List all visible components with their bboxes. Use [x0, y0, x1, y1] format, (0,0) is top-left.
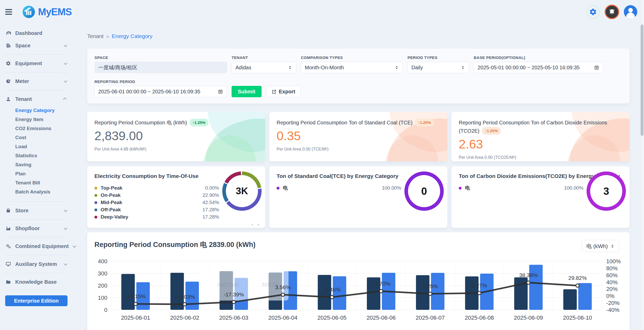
sidebar-item-auxiliary-system[interactable]: Auxiliary System	[0, 258, 73, 270]
building-icon	[5, 43, 11, 48]
period-type-select[interactable]: Daily	[408, 62, 469, 73]
svg-text:2025-06-05: 2025-06-05	[317, 314, 347, 321]
sidebar-item-label: Shopfloor	[15, 226, 60, 231]
chart-title: Reporting Period Consumption 电 2839.00 (…	[94, 240, 622, 249]
donut-ring: 0	[404, 171, 444, 211]
base-period-label: BASE PERIOD(OPTIONAL)	[474, 55, 603, 60]
svg-text:2025-06-02: 2025-06-02	[170, 314, 199, 321]
space-field: SPACE 一度城/商场/租区	[94, 55, 227, 73]
svg-text:6.25%: 6.25%	[423, 283, 438, 289]
chevron-down-icon	[64, 208, 67, 212]
summary-card-title-text: Reporting Period Consumption Ton of Carb…	[459, 120, 607, 134]
hamburger-menu-icon[interactable]	[4, 8, 13, 16]
chevrons-updown-icon	[610, 244, 615, 249]
unit-select[interactable]: 电 (kWh)	[582, 240, 619, 252]
page-scrollbar-thumb[interactable]	[641, 25, 643, 136]
donut-center-value: 3K	[236, 186, 248, 197]
sidebar-item-knowledge-base[interactable]: Knowledge Base	[0, 276, 73, 288]
legend-label: Top-Peak	[101, 185, 122, 191]
legend-label: Mid-Peak	[101, 200, 122, 205]
donut-ring: 3K	[222, 171, 262, 211]
sidebar-item-label: Knowledge Base	[15, 279, 68, 285]
chevron-down-icon	[64, 79, 67, 83]
reporting-period-input[interactable]: 2025-06-01 00:00:00 ~ 2025-06-10 16:09:3…	[94, 86, 227, 97]
svg-text:2025-06-09: 2025-06-09	[514, 314, 543, 321]
summary-card-subtitle: Per Unit Area 0.00 (TCE/M²)	[277, 147, 440, 152]
sidebar-item-store[interactable]: Store	[0, 204, 73, 217]
export-button[interactable]: Export	[266, 86, 301, 97]
sidebar-item-shopfloor[interactable]: Shopfloor	[0, 222, 73, 235]
legend-percent: 100.00%	[382, 185, 401, 191]
monitor-icon	[5, 261, 11, 267]
sidebar-item-energy-item[interactable]: Energy Item	[15, 115, 73, 124]
sidebar-item-load[interactable]: Load	[15, 142, 73, 151]
period-type-field: PERIOD TYPES Daily	[408, 55, 469, 73]
breadcrumb-current[interactable]: Energy Category	[112, 33, 153, 39]
sidebar-divider	[5, 90, 68, 90]
sidebar-item-saving[interactable]: Saving	[15, 160, 73, 169]
legend-row: Mid-Peak42.54%	[94, 199, 219, 206]
summary-cards-row: Reporting Period Consumption 电 (kWh)↑1.2…	[87, 112, 630, 161]
sidebar-item-tenant[interactable]: Tenant	[0, 93, 73, 105]
chevron-down-icon	[64, 262, 67, 266]
svg-text:100: 100	[98, 295, 107, 301]
svg-text:2025-06-06: 2025-06-06	[367, 314, 396, 321]
reporting-period-label: REPORTING PERIOD	[94, 79, 227, 84]
legend-row: Top-Peak0.00%	[94, 184, 219, 192]
sidebar-item-combined-equipment[interactable]: Combined Equipment	[0, 240, 73, 252]
summary-card-2: Reporting Period Consumption Ton of Stan…	[269, 112, 447, 161]
legend-label: Deep-Valley	[101, 214, 128, 220]
sidebar-item-plan[interactable]: Plan	[15, 169, 73, 178]
svg-text:-3.46%: -3.46%	[323, 287, 341, 292]
comparison-select[interactable]: Month-On-Month	[301, 62, 403, 73]
legend-overflow-dots: · ·	[251, 221, 261, 228]
legend-color-dot	[94, 208, 97, 211]
sidebar-nav: DashboardSpaceEquipmentMeterTenantEnergy…	[0, 27, 73, 291]
legend-percent: 17.28%	[203, 214, 219, 220]
sidebar-item-equipment[interactable]: Equipment	[0, 57, 73, 70]
bag-icon	[5, 208, 11, 213]
sidebar-item-statistics[interactable]: Statistics	[15, 151, 73, 160]
sidebar-item-meter[interactable]: Meter	[0, 75, 73, 87]
svg-text:2025-06-07: 2025-06-07	[416, 314, 445, 321]
svg-text:60%: 60%	[606, 272, 618, 279]
sidebar-item-dashboard[interactable]: Dashboard	[0, 27, 73, 39]
svg-text:-40%: -40%	[606, 307, 619, 313]
sidebar-item-energy-category[interactable]: Energy Category	[15, 106, 73, 115]
tenant-select[interactable]: Adidas	[232, 62, 296, 73]
svg-text:-17.39%: -17.39%	[224, 291, 244, 297]
change-badge: ↑1.25%	[190, 119, 208, 126]
legend-label: 电	[283, 185, 288, 191]
submit-button[interactable]: Submit	[232, 86, 262, 97]
donut-card-3: Ton of Carbon Dioxide Emissions(TCO2E) b…	[451, 166, 630, 228]
summary-card-title: Reporting Period Consumption Ton of Stan…	[277, 118, 440, 127]
tenant-label: TENANT	[232, 55, 296, 60]
enterprise-edition-button[interactable]: Enterprise Edition	[5, 295, 68, 306]
base-period-input[interactable]: 2025-05-01 00:00:00 ~ 2025-05-10 16:09:3…	[474, 62, 603, 73]
notifications-bell-icon[interactable]	[605, 5, 619, 19]
gear-icon	[5, 61, 11, 66]
svg-text:300: 300	[98, 270, 107, 277]
settings-gear-icon[interactable]	[586, 5, 600, 19]
svg-text:200: 200	[98, 282, 107, 289]
sidebar-item-tenant-bill[interactable]: Tenant Bill	[15, 178, 73, 187]
donut-card-2: Ton of Standard Coal(TCE) by Energy Cate…	[269, 166, 447, 228]
sidebar-item-space[interactable]: Space	[0, 39, 73, 52]
gears-icon	[5, 243, 11, 249]
sidebar-item-cost[interactable]: Cost	[15, 133, 73, 142]
user-avatar-icon[interactable]	[624, 5, 637, 19]
legend-color-dot	[459, 187, 462, 190]
filter-panel: SPACE 一度城/商场/租区 TENANT Adidas COMPARISON…	[87, 49, 630, 103]
sidebar-item-co2-emissions[interactable]: CO2 Emissions	[15, 124, 73, 133]
sidebar-item-batch-analysis[interactable]: Batch Analysis	[15, 187, 73, 196]
sidebar-item-label: Dashboard	[15, 30, 68, 36]
legend-row: Off-Peak17.28%	[94, 206, 219, 213]
legend-row: 电100.00%	[459, 184, 583, 192]
space-input[interactable]: 一度城/商场/租区	[94, 62, 227, 73]
brand-logo[interactable]: MyEMS	[23, 6, 72, 18]
donut-card-1: Electricity Consumption by Time-Of-UseTo…	[87, 166, 265, 228]
svg-text:-23.15%: -23.15%	[125, 293, 146, 299]
chevron-down-icon	[64, 226, 67, 230]
breadcrumb-parent[interactable]: Tenant	[87, 33, 103, 39]
factory-icon	[5, 226, 11, 231]
